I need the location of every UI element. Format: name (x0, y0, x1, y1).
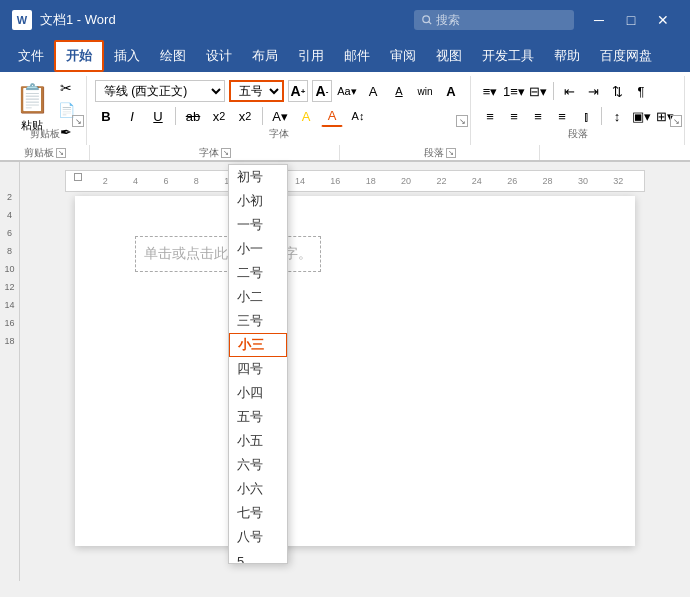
increase-indent-button[interactable]: ⇥ (582, 80, 604, 102)
menu-item-home[interactable]: 开始 (54, 40, 104, 72)
ribbon-labels: 剪贴板 ↘ 字体 ↘ 段落 ↘ (0, 145, 690, 161)
bold-button[interactable]: B (95, 105, 117, 127)
ruler-left-mark-2: 2 (0, 192, 19, 210)
ruler-num-30: 30 (578, 176, 588, 186)
font-color-button[interactable]: A (321, 105, 343, 127)
menu-item-references[interactable]: 引用 (288, 40, 334, 72)
text-style-button[interactable]: A▾ (269, 105, 291, 127)
fsd-item-2[interactable]: 一号 (229, 213, 287, 237)
paste-icon: 📋 (16, 78, 48, 118)
subscript-button[interactable]: x2 (208, 105, 230, 127)
font-size-decrease-button[interactable]: A- (312, 80, 332, 102)
clipboard-label-text: 剪贴板 (24, 146, 54, 160)
menu-item-help[interactable]: 帮助 (544, 40, 590, 72)
paragraph-group-label: 段落 (568, 127, 588, 141)
bullets-button[interactable]: ≡▾ (479, 80, 501, 102)
svg-point-0 (423, 16, 430, 23)
decrease-indent-button[interactable]: ⇤ (558, 80, 580, 102)
align-right-button[interactable]: ≡ (527, 105, 549, 127)
menu-item-draw[interactable]: 绘图 (150, 40, 196, 72)
paragraph-expand-icon[interactable]: ↘ (446, 148, 456, 158)
fsd-item-7[interactable]: 小三 (229, 333, 287, 357)
app-icon-letter: W (17, 14, 27, 26)
menu-item-view[interactable]: 视图 (426, 40, 472, 72)
menu-item-file[interactable]: 文件 (8, 40, 54, 72)
menu-item-developer[interactable]: 开发工具 (472, 40, 544, 72)
show-marks-button[interactable]: ¶ (630, 80, 652, 102)
strikethrough-button[interactable]: ab (182, 105, 204, 127)
app-icon: W (12, 10, 32, 30)
cut-button[interactable]: ✂ (54, 78, 78, 98)
clipboard-expand-button[interactable]: ↘ (72, 115, 84, 127)
align-left-button[interactable]: ≡ (479, 105, 501, 127)
close-button[interactable]: ✕ (648, 8, 678, 32)
fsd-item-10[interactable]: 五号 (229, 405, 287, 429)
ruler-num-16: 16 (330, 176, 340, 186)
text-effect-button[interactable]: A (440, 80, 462, 102)
justify-button[interactable]: ≡ (551, 105, 573, 127)
menu-item-design[interactable]: 设计 (196, 40, 242, 72)
fsd-item-12[interactable]: 六号 (229, 453, 287, 477)
fsd-item-16[interactable]: 5 (229, 549, 287, 564)
font-expand-button[interactable]: ↘ (456, 115, 468, 127)
clipboard-expand-icon[interactable]: ↘ (56, 148, 66, 158)
maximize-button[interactable]: □ (616, 8, 646, 32)
ruler-num-8: 8 (194, 176, 199, 186)
ruler-left-mark-10: 10 (0, 264, 19, 282)
font-name-select[interactable]: 等线 (西文正文) (95, 80, 225, 102)
fsd-item-14[interactable]: 七号 (229, 501, 287, 525)
clear-format-button[interactable]: A (388, 80, 410, 102)
highlight-button[interactable]: A (295, 105, 317, 127)
font-label-text: 字体 (199, 146, 219, 160)
menu-item-review[interactable]: 审阅 (380, 40, 426, 72)
menu-item-insert[interactable]: 插入 (104, 40, 150, 72)
font-expand-icon[interactable]: ↘ (221, 148, 231, 158)
menu-item-layout[interactable]: 布局 (242, 40, 288, 72)
numbering-button[interactable]: 1≡▾ (503, 80, 525, 102)
fsd-item-11[interactable]: 小五 (229, 429, 287, 453)
fsd-item-8[interactable]: 四号 (229, 357, 287, 381)
ruler-left-mark-16: 16 (0, 318, 19, 336)
ruler-num-4: 4 (133, 176, 138, 186)
fsd-item-13[interactable]: 小六 (229, 477, 287, 501)
fsd-item-4[interactable]: 二号 (229, 261, 287, 285)
search-box[interactable] (414, 10, 574, 30)
fsd-item-6[interactable]: 三号 (229, 309, 287, 333)
menu-item-baidu[interactable]: 百度网盘 (590, 40, 662, 72)
fsd-item-15[interactable]: 八号 (229, 525, 287, 549)
sort-button[interactable]: ⇅ (606, 80, 628, 102)
font-size-increase-button[interactable]: A+ (288, 80, 308, 102)
shading-button[interactable]: ▣▾ (630, 105, 652, 127)
para-row-2: ≡ ≡ ≡ ≡ ⫿ ↕ ▣▾ ⊞▾ (479, 105, 676, 127)
document-area: 2 4 6 8 10 12 14 16 18 20 22 24 26 28 30… (20, 162, 690, 581)
menu-item-mailings[interactable]: 邮件 (334, 40, 380, 72)
separator-2 (262, 107, 263, 125)
minimize-button[interactable]: ─ (584, 8, 614, 32)
win-button[interactable]: win (414, 80, 436, 102)
underline-button[interactable]: U (147, 105, 169, 127)
ruler-left-mark-4: 4 (0, 210, 19, 228)
fsd-item-9[interactable]: 小四 (229, 381, 287, 405)
font-row-1: 等线 (西文正文) 五号 A+ A- Aa▾ A A win A (95, 80, 462, 102)
align-center-button[interactable]: ≡ (503, 105, 525, 127)
fsd-item-1[interactable]: 小初 (229, 189, 287, 213)
document-page[interactable]: 单击或点击此处输入文字。 (75, 196, 635, 546)
svg-line-1 (429, 22, 432, 25)
fsd-item-3[interactable]: 小一 (229, 237, 287, 261)
ruler-num-14: 14 (295, 176, 305, 186)
fsd-item-0[interactable]: 初号 (229, 165, 287, 189)
char-spacing-button[interactable]: A↕ (347, 105, 369, 127)
search-input[interactable] (436, 13, 566, 27)
line-spacing-button[interactable]: ↕ (606, 105, 628, 127)
search-icon (422, 14, 432, 26)
fsd-item-5[interactable]: 小二 (229, 285, 287, 309)
superscript-button[interactable]: x2 (234, 105, 256, 127)
multilevel-button[interactable]: ⊟▾ (527, 80, 549, 102)
ribbon: 📋 粘贴 ✂ 📄 ✒ ↘ 剪贴板 等线 (西文正文) 五号 (0, 72, 690, 162)
font-size-select[interactable]: 五号 (229, 80, 284, 102)
italic-button[interactable]: I (121, 105, 143, 127)
columns-button[interactable]: ⫿ (575, 105, 597, 127)
aa-button[interactable]: Aa▾ (336, 80, 358, 102)
char-format-button[interactable]: A (362, 80, 384, 102)
paragraph-expand-button[interactable]: ↘ (670, 115, 682, 127)
